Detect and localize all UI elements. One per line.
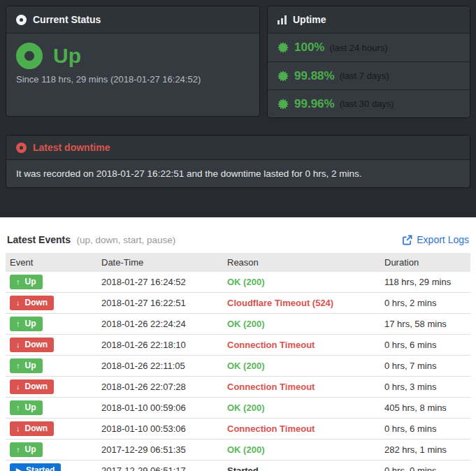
event-duration: 17 hrs, 58 mins — [380, 314, 470, 335]
latest-downtime-panel: Latest downtime It was recorded on 2018-… — [6, 135, 470, 188]
event-row: ↓ Down 2018-01-10 00:53:06 Connection Ti… — [6, 419, 470, 440]
uptime-header: Uptime — [268, 6, 470, 34]
event-duration: 0 hrs, 2 mins — [380, 293, 470, 314]
uptime-percentage: 99.96% — [294, 97, 335, 111]
event-badge-icon: ↓ — [16, 382, 20, 391]
event-reason: OK (200) — [227, 361, 264, 371]
events-table: Event Date-Time Reason Duration ↑ Up 201… — [6, 253, 470, 471]
event-duration: 0 hrs, 7 mins — [380, 356, 470, 377]
dot-circle-icon — [16, 15, 27, 25]
event-row: ↓ Down 2018-01-26 22:07:28 Connection Ti… — [6, 377, 470, 398]
event-datetime: 2018-01-27 16:24:52 — [97, 272, 223, 293]
top-panels-row: Current Status Up Since 118 hrs, 29 mins… — [6, 6, 470, 118]
current-status-body: Up Since 118 hrs, 29 mins (2018-01-27 16… — [6, 34, 259, 94]
export-logs-label: Export Logs — [417, 234, 469, 245]
event-row: ↑ Up 2018-01-10 00:59:06 OK (200) 405 hr… — [6, 398, 470, 419]
event-badge-icon: ↓ — [16, 340, 20, 349]
events-heading: Latest Events (up, down, start, pause) E… — [7, 233, 469, 246]
event-duration: 282 hrs, 1 mins — [380, 440, 470, 461]
event-reason: OK (200) — [227, 277, 264, 287]
event-badge-label: Up — [25, 318, 36, 329]
uptime-period-label: (last 30 days) — [340, 99, 394, 109]
event-reason: Cloudflare Timeout (524) — [227, 298, 333, 308]
event-datetime: 2018-01-26 22:24:24 — [97, 314, 223, 335]
uptime-period-label: (last 24 hours) — [329, 43, 387, 53]
current-status-panel: Current Status Up Since 118 hrs, 29 mins… — [6, 6, 260, 117]
event-badge: ↓ Down — [10, 421, 54, 436]
event-reason: Connection Timeout — [227, 340, 315, 350]
event-badge-label: Down — [25, 297, 48, 308]
dot-circle-red-icon — [16, 143, 27, 153]
uptime-period-label: (last 7 days) — [340, 71, 389, 81]
export-logs-link[interactable]: Export Logs — [402, 234, 469, 245]
burst-icon — [277, 71, 289, 82]
event-badge-icon: ↑ — [16, 403, 20, 412]
event-badge-label: Up — [25, 360, 36, 371]
event-duration: 405 hrs, 8 mins — [380, 398, 470, 419]
event-badge-label: Down — [25, 339, 48, 350]
event-badge-icon: ↑ — [16, 319, 20, 328]
event-badge: ↓ Down — [10, 338, 54, 352]
event-row: ↓ Down 2018-01-27 16:22:51 Cloudflare Ti… — [6, 293, 470, 314]
export-icon — [402, 235, 412, 245]
event-reason: Started — [227, 465, 259, 471]
event-reason: Connection Timeout — [227, 423, 315, 434]
status-state-label: Up — [53, 44, 81, 68]
event-row: ↓ Down 2018-01-26 22:18:10 Connection Ti… — [6, 335, 470, 356]
column-header-reason: Reason — [223, 253, 380, 272]
uptime-title: Uptime — [293, 14, 326, 25]
event-badge: ↓ Down — [10, 296, 54, 310]
event-duration: 0 hrs, 3 mins — [380, 377, 470, 398]
event-datetime: 2018-01-10 00:53:06 — [97, 419, 223, 440]
uptime-row: 100% (last 24 hours) — [268, 34, 470, 61]
event-row: ▶ Started 2017-12-29 06:51:17 Started 0 … — [6, 461, 470, 471]
event-badge: ↑ Up — [10, 442, 43, 457]
event-datetime: 2018-01-26 22:11:05 — [97, 356, 223, 377]
event-badge: ↑ Up — [10, 400, 43, 415]
event-badge-icon: ↓ — [16, 423, 20, 433]
event-row: ↑ Up 2018-01-26 22:24:24 OK (200) 17 hrs… — [6, 314, 470, 335]
up-status-ring-icon — [16, 43, 43, 69]
burst-icon — [277, 99, 289, 110]
event-badge: ↑ Up — [10, 358, 43, 373]
event-datetime: 2017-12-29 06:51:17 — [97, 461, 223, 471]
event-badge-icon: ↑ — [16, 444, 20, 454]
event-reason: OK (200) — [227, 319, 264, 329]
uptime-row: 99.88% (last 7 days) — [268, 61, 470, 89]
uptime-row: 99.96% (last 30 days) — [268, 89, 470, 117]
column-header-duration: Duration — [380, 253, 470, 272]
latest-downtime-message: It was recorded on 2018-01-27 16:22:51 a… — [6, 160, 470, 187]
event-badge: ↑ Up — [10, 275, 43, 289]
events-subtitle: (up, down, start, pause) — [77, 235, 176, 245]
current-status-header: Current Status — [6, 6, 259, 34]
event-badge-label: Up — [25, 402, 36, 413]
event-badge-label: Down — [25, 381, 48, 392]
event-duration: 0 hrs, 6 mins — [380, 419, 470, 440]
event-duration: 0 hrs, 0 mins — [380, 461, 470, 471]
events-title: Latest Events — [7, 234, 71, 245]
uptime-rows: 100% (last 24 hours) 99.88% (last 7 days… — [268, 34, 470, 117]
latest-downtime-header: Latest downtime — [6, 136, 470, 160]
event-badge-label: Up — [25, 444, 36, 455]
column-header-event: Event — [6, 253, 97, 272]
uptime-percentage: 99.88% — [294, 69, 335, 83]
event-datetime: 2018-01-26 22:07:28 — [97, 377, 223, 398]
latest-events-section: Latest Events (up, down, start, pause) E… — [0, 233, 476, 471]
event-badge-icon: ↑ — [16, 361, 20, 370]
uptime-panel: Uptime 100% (last 24 hours) — [267, 6, 470, 118]
uptime-percentage: 100% — [294, 41, 324, 55]
event-row: ↑ Up 2018-01-26 22:11:05 OK (200) 0 hrs,… — [6, 356, 470, 377]
event-datetime: 2017-12-29 06:51:35 — [97, 440, 223, 461]
event-row: ↑ Up 2017-12-29 06:51:35 OK (200) 282 hr… — [6, 440, 470, 461]
event-badge-icon: ↑ — [16, 277, 20, 287]
event-reason: OK (200) — [227, 444, 264, 455]
event-datetime: 2018-01-26 22:18:10 — [97, 335, 223, 356]
event-row: ↑ Up 2018-01-27 16:24:52 OK (200) 118 hr… — [6, 272, 470, 293]
status-since-text: Since 118 hrs, 29 mins (2018-01-27 16:24… — [16, 74, 250, 85]
event-reason: OK (200) — [227, 403, 264, 413]
current-status-title: Current Status — [33, 14, 101, 25]
event-badge-label: Down — [25, 423, 48, 434]
latest-downtime-title: Latest downtime — [33, 142, 110, 153]
event-datetime: 2018-01-27 16:22:51 — [97, 293, 223, 314]
burst-icon — [277, 42, 289, 53]
